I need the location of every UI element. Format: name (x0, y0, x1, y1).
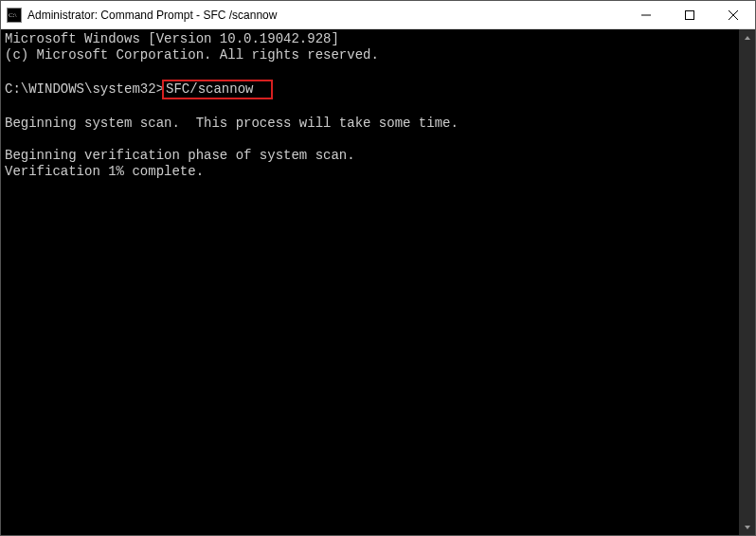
svg-text:C:\: C:\ (9, 10, 17, 18)
terminal-wrapper: Microsoft Windows [Version 10.0.19042.92… (1, 29, 755, 535)
scroll-down-arrow-icon[interactable] (739, 519, 755, 535)
command-text: SFC/scannow (166, 81, 253, 97)
window-title: Administrator: Command Prompt - SFC /sca… (27, 9, 277, 22)
minimize-icon (641, 10, 651, 20)
maximize-icon (685, 10, 694, 20)
window-titlebar: C:\ Administrator: Command Prompt - SFC … (1, 1, 755, 29)
titlebar-left: C:\ Administrator: Command Prompt - SFC … (7, 8, 277, 23)
window-controls (624, 1, 755, 28)
svg-rect-3 (686, 10, 694, 19)
terminal-content[interactable]: Microsoft Windows [Version 10.0.19042.92… (1, 29, 739, 535)
close-icon (729, 10, 738, 20)
output-line: Verification 1% complete. (5, 164, 204, 179)
output-line: Microsoft Windows [Version 10.0.19042.92… (5, 31, 339, 46)
close-button[interactable] (711, 1, 755, 28)
maximize-button[interactable] (668, 1, 711, 28)
cmd-icon: C:\ (7, 8, 22, 23)
command-highlight: SFC/scannow (162, 80, 273, 99)
scrollbar-track[interactable] (739, 45, 755, 519)
minimize-button[interactable] (624, 1, 668, 28)
output-line: (c) Microsoft Corporation. All rights re… (5, 47, 379, 63)
scroll-up-arrow-icon[interactable] (739, 29, 755, 45)
output-line: Beginning verification phase of system s… (5, 148, 355, 163)
output-line: Beginning system scan. This process will… (5, 116, 459, 131)
vertical-scrollbar[interactable] (739, 29, 755, 535)
prompt-path: C:\WINDOWS\system32> (5, 81, 164, 97)
